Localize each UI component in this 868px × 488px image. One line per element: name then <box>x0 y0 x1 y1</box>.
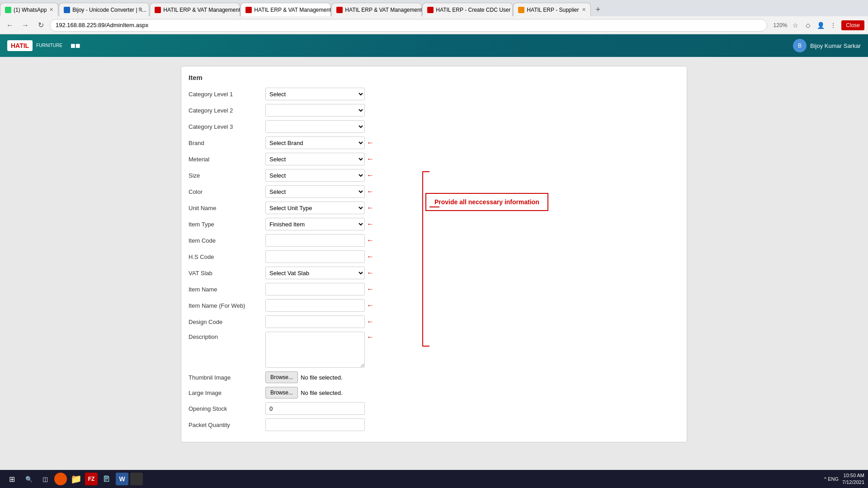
large-image-filename: No file selected. <box>301 389 343 396</box>
packet-qty-label: Packet Quantity <box>189 422 265 428</box>
color-label: Color <box>189 188 265 195</box>
category3-select[interactable] <box>265 120 365 133</box>
tab-bar: (1) WhatsApp ✕ Bijoy - Unicode Converter… <box>0 0 868 16</box>
tab-label: HATIL ERP - Supplier <box>527 7 579 13</box>
close-tab-icon[interactable]: ✕ <box>49 7 53 13</box>
vat-slab-row: VAT Slab Select Vat Slab ← <box>189 267 679 279</box>
app-icon[interactable] <box>130 473 143 485</box>
category1-label: Category Level 1 <box>189 91 265 98</box>
address-bar[interactable] <box>50 19 767 32</box>
hs-code-row: H.S Code ← <box>189 250 679 263</box>
category2-label: Category Level 2 <box>189 107 265 114</box>
hs-code-label: H.S Code <box>189 253 265 260</box>
category1-select[interactable]: Select <box>265 88 365 100</box>
date: 7/12/2021 <box>842 479 864 486</box>
item-type-row: Item Type Finished Item Raw Material Sem… <box>189 218 679 230</box>
username: Bijoy Kumar Sarkar <box>810 42 861 49</box>
user-info: B Bijoy Kumar Sarkar <box>793 39 861 52</box>
size-row: Size Select ← <box>189 169 679 182</box>
size-label: Size <box>189 172 265 179</box>
description-textarea[interactable] <box>265 332 365 368</box>
color-select[interactable]: Select <box>265 185 365 198</box>
grid-icon[interactable]: ■■ <box>71 41 80 51</box>
design-code-input[interactable] <box>265 315 365 328</box>
item-name-arrow: ← <box>367 286 374 293</box>
unit-arrow: ← <box>367 204 374 211</box>
tab-whatsapp[interactable]: (1) WhatsApp ✕ <box>0 3 58 16</box>
tab-cdc-user[interactable]: HATIL ERP - Create CDC User ✕ <box>422 3 513 16</box>
item-type-select[interactable]: Finished Item Raw Material Semi-Finished <box>265 218 365 230</box>
tab-label: Bijoy - Unicode Converter | বি... <box>72 7 146 13</box>
search-taskbar-icon[interactable]: 🔍 <box>22 472 36 486</box>
thumbnail-label: Thumbnil Image <box>189 374 265 381</box>
refresh-button[interactable]: ↻ <box>34 19 47 32</box>
tab-label: HATIL ERP & VAT Management Syst... <box>163 7 240 13</box>
large-image-browse-button[interactable]: Browse... <box>265 387 298 399</box>
opening-stock-input[interactable] <box>265 402 365 415</box>
design-code-arrow: ← <box>367 318 374 325</box>
filezilla-icon[interactable]: FZ <box>85 473 98 485</box>
tab-supplier[interactable]: HATIL ERP - Supplier ✕ <box>513 3 590 16</box>
tab-hatil1[interactable]: HATIL ERP & VAT Management Syst... ✕ <box>150 3 240 16</box>
category2-select[interactable] <box>265 104 365 117</box>
item-name-row: Item Name ← <box>189 283 679 296</box>
folder-icon[interactable]: 📁 <box>69 472 83 486</box>
material-select[interactable]: Select <box>265 153 365 165</box>
description-row: Description ← <box>189 332 679 368</box>
bookmark-icon[interactable]: ☆ <box>790 20 801 31</box>
packet-qty-input[interactable] <box>265 418 365 431</box>
notepad-icon[interactable]: 🖹 <box>99 472 114 486</box>
hs-code-input[interactable] <box>265 250 365 263</box>
tab-favicon <box>5 7 11 13</box>
item-name-input[interactable] <box>265 283 365 296</box>
taskview-icon[interactable]: ◫ <box>38 472 52 486</box>
item-name-web-row: Item Name (For Web) ← <box>189 299 679 312</box>
size-select[interactable]: Select <box>265 169 365 182</box>
category3-label: Category Level 3 <box>189 123 265 130</box>
toolbar-right: ☆ ◇ 👤 ⋮ <box>790 20 839 31</box>
category3-row: Category Level 3 <box>189 120 679 133</box>
brand-label: Brand <box>189 140 265 146</box>
browser-window: (1) WhatsApp ✕ Bijoy - Unicode Converter… <box>0 0 868 488</box>
item-code-row: Item Code ← <box>189 234 679 247</box>
logo-text: HATIL <box>7 40 33 51</box>
item-code-arrow: ← <box>367 237 374 244</box>
word-icon[interactable]: W <box>116 473 128 485</box>
main-content: Item Provide all neccessary information … <box>0 57 868 470</box>
tab-bijoy[interactable]: Bijoy - Unicode Converter | বি... ✕ <box>59 3 149 16</box>
item-name-web-input[interactable] <box>265 299 365 312</box>
close-button[interactable]: Close <box>841 20 864 30</box>
close-tab-icon[interactable]: ✕ <box>582 7 586 13</box>
new-tab-button[interactable]: + <box>591 3 605 16</box>
brand-select[interactable]: Select Brand <box>265 136 365 149</box>
item-code-input[interactable] <box>265 234 365 247</box>
extensions-icon[interactable]: ◇ <box>802 20 813 31</box>
unit-name-select[interactable]: Select Unit Type <box>265 202 365 214</box>
forward-button[interactable]: → <box>19 19 32 32</box>
item-type-arrow: ← <box>367 221 374 228</box>
thumbnail-browse-button[interactable]: Browse... <box>265 371 298 383</box>
design-code-label: Design Code <box>189 319 265 325</box>
hs-code-arrow: ← <box>367 253 374 260</box>
taskbar-right: ^ ENG 10:50 AM 7/12/2021 <box>824 472 864 486</box>
firefox-icon[interactable] <box>54 473 67 485</box>
large-image-row: Large Image Browse... No file selected. <box>189 387 679 399</box>
material-arrow: ← <box>367 155 374 163</box>
tab-hatil3[interactable]: HATIL ERP & VAT Management Syst... ✕ <box>331 3 422 16</box>
vat-slab-select[interactable]: Select Vat Slab <box>265 267 365 279</box>
menu-icon[interactable]: ⋮ <box>828 20 839 31</box>
tab-label: HATIL ERP & VAT Management... <box>254 7 331 13</box>
category1-row: Category Level 1 Select <box>189 88 679 100</box>
description-label: Description <box>189 332 265 340</box>
tab-label: HATIL ERP & VAT Management Syst... <box>345 7 422 13</box>
start-button[interactable]: ⊞ <box>4 471 20 487</box>
thumbnail-filename: No file selected. <box>301 374 343 381</box>
opening-stock-row: Opening Stock <box>189 402 679 415</box>
back-button[interactable]: ← <box>4 19 16 32</box>
item-name-web-label: Item Name (For Web) <box>189 302 265 309</box>
opening-stock-label: Opening Stock <box>189 405 265 412</box>
profile-icon[interactable]: 👤 <box>815 20 826 31</box>
tab-hatil2-active[interactable]: HATIL ERP & VAT Management... ✕ <box>241 3 331 16</box>
tray-icons: ^ ENG <box>824 476 839 482</box>
color-arrow: ← <box>367 188 374 195</box>
